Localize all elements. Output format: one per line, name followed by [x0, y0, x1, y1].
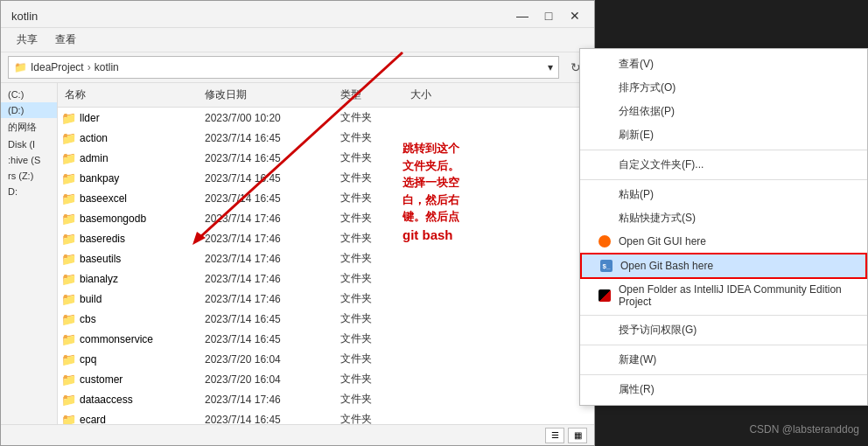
file-size [403, 378, 473, 381]
nav-item-z[interactable]: rs (Z:) [1, 168, 57, 184]
table-row[interactable]: 📁 baseutils 2023/7/14 17:46 文件夹 [58, 248, 594, 268]
file-size [403, 277, 473, 281]
folder-icon: 📁 [61, 332, 76, 346]
table-row[interactable]: 📁 bankpay 2023/7/14 16:45 文件夹 [58, 168, 594, 188]
file-size [403, 418, 473, 422]
file-type: 文件夹 [333, 129, 403, 147]
file-name: customer [80, 373, 122, 386]
file-size [403, 197, 473, 200]
col-header-date[interactable]: 修改日期 [198, 86, 333, 104]
file-name-cell: 📁 dataaccess [58, 391, 198, 408]
file-name-cell: 📁 cbs [58, 310, 198, 328]
col-header-size[interactable]: 大小 [403, 86, 473, 104]
status-bar: ☰ ▦ [1, 424, 594, 445]
close-button[interactable]: ✕ [563, 6, 587, 25]
file-name: baseexcel [80, 192, 127, 205]
context-menu-item[interactable]: 分组依据(P) [580, 100, 867, 123]
maximize-button[interactable]: □ [536, 6, 561, 25]
main-area: (C:) (D:) 的网络 Disk (I :hive (S rs (Z:) D… [1, 83, 594, 424]
file-name-cell: 📁 build [58, 290, 198, 308]
context-menu-item-label: 粘贴(P) [619, 187, 654, 202]
empty-icon [598, 324, 612, 338]
folder-icon: 📁 [61, 272, 76, 286]
window-controls: — □ ✕ [510, 6, 587, 25]
table-row[interactable]: 📁 action 2023/7/14 16:45 文件夹 [58, 128, 594, 148]
view-list-button[interactable]: ☰ [545, 428, 564, 443]
file-date: 2023/7/14 16:45 [198, 311, 333, 327]
table-row[interactable]: 📁 admin 2023/7/14 16:45 文件夹 [58, 148, 594, 168]
nav-item-d[interactable]: (D:) [1, 102, 57, 118]
nav-item-d2[interactable]: D: [1, 184, 57, 199]
breadcrumb-separator: › [88, 61, 91, 73]
file-name-cell: 📁 cpq [58, 351, 198, 368]
table-row[interactable]: 📁 cpq 2023/7/20 16:04 文件夹 [58, 349, 594, 369]
git-gui-icon [598, 234, 612, 248]
empty-icon [598, 353, 612, 367]
context-menu-item[interactable]: Open Folder as IntelliJ IDEA Community E… [580, 279, 867, 312]
empty-icon [598, 188, 612, 202]
table-row[interactable]: 📁 build 2023/7/14 17:46 文件夹 [58, 289, 594, 309]
table-row[interactable]: 📁 llder 2023/7/00 10:20 文件夹 [58, 108, 594, 128]
folder-icon: 📁 [61, 171, 76, 185]
menu-share[interactable]: 共享 [8, 30, 46, 50]
folder-icon: 📁 [61, 232, 76, 246]
table-row[interactable]: 📁 basemongodb 2023/7/14 17:46 文件夹 [58, 208, 594, 228]
context-menu-separator [580, 315, 867, 316]
breadcrumb-icon: 📁 [14, 61, 27, 73]
context-menu-separator [580, 374, 867, 375]
context-menu-item[interactable]: 授予访问权限(G) [580, 318, 867, 342]
context-menu-item-label: Open Git Bash here [620, 260, 713, 272]
file-name: admin [80, 152, 108, 164]
file-name: action [80, 132, 108, 144]
file-date: 2023/7/14 16:45 [198, 191, 333, 206]
minimize-button[interactable]: — [510, 6, 535, 25]
nav-item-c[interactable]: (C:) [1, 87, 57, 102]
file-size [403, 338, 473, 341]
file-name-cell: 📁 ecard [58, 411, 198, 425]
file-type: 文件夹 [333, 350, 403, 368]
file-date: 2023/7/14 16:45 [198, 171, 333, 186]
table-row[interactable]: 📁 bianalyz 2023/7/14 17:46 文件夹 [58, 268, 594, 289]
table-row[interactable]: 📁 baseexcel 2023/7/14 16:45 文件夹 [58, 188, 594, 208]
file-size [403, 358, 473, 361]
table-row[interactable]: 📁 ecard 2023/7/14 16:45 文件夹 [58, 409, 594, 424]
file-name: baseredis [80, 233, 125, 245]
file-name-cell: 📁 bianalyz [58, 270, 198, 288]
file-type: 文件夹 [333, 289, 403, 308]
context-menu-item[interactable]: 自定义文件夹(F)... [580, 153, 867, 177]
col-header-name[interactable]: 名称 [58, 86, 198, 104]
context-menu-item[interactable]: 刷新(E) [580, 123, 867, 147]
table-row[interactable]: 📁 baseredis 2023/7/14 17:46 文件夹 [58, 228, 594, 248]
context-menu-item[interactable]: 粘贴(P) [580, 183, 867, 206]
file-date: 2023/7/14 17:46 [198, 271, 333, 287]
empty-icon [598, 212, 612, 226]
breadcrumb-dropdown-icon[interactable]: ▾ [548, 61, 553, 73]
nav-item-hive[interactable]: :hive (S [1, 152, 57, 168]
context-menu-item[interactable]: 排序方式(O) [580, 76, 867, 100]
file-name-cell: 📁 llder [58, 109, 198, 127]
nav-item-network[interactable]: 的网络 [1, 118, 57, 136]
table-row[interactable]: 📁 cbs 2023/7/14 16:45 文件夹 [58, 309, 594, 329]
menu-view[interactable]: 查看 [46, 30, 85, 50]
context-menu-item[interactable]: 新建(W) [580, 348, 867, 372]
context-menu-item[interactable]: $_Open Git Bash here [580, 253, 867, 279]
view-grid-button[interactable]: ▦ [568, 428, 587, 443]
context-menu-item[interactable]: 粘贴快捷方式(S) [580, 206, 867, 230]
file-name: dataaccess [80, 394, 133, 406]
context-menu-item[interactable]: 查看(V) [580, 52, 867, 76]
nav-item-disk-i[interactable]: Disk (I [1, 136, 57, 152]
table-row[interactable]: 📁 commonservice 2023/7/14 16:45 文件夹 [58, 329, 594, 349]
file-type: 文件夹 [333, 390, 403, 408]
file-name-cell: 📁 bankpay [58, 170, 198, 187]
col-header-type[interactable]: 类型 [333, 86, 403, 104]
table-row[interactable]: 📁 dataaccess 2023/7/14 17:46 文件夹 [58, 389, 594, 409]
context-menu-item[interactable]: Open Git GUI here [580, 230, 867, 253]
folder-icon: 📁 [61, 413, 76, 425]
context-menu-item[interactable]: 属性(R) [580, 378, 867, 401]
file-name-cell: 📁 basemongodb [58, 210, 198, 227]
file-size [403, 177, 473, 180]
context-menu-item-label: 粘贴快捷方式(S) [619, 211, 696, 226]
folder-icon: 📁 [61, 393, 76, 407]
breadcrumb[interactable]: 📁 IdeaProject › kotlin ▾ [8, 56, 559, 79]
table-row[interactable]: 📁 customer 2023/7/20 16:04 文件夹 [58, 369, 594, 389]
